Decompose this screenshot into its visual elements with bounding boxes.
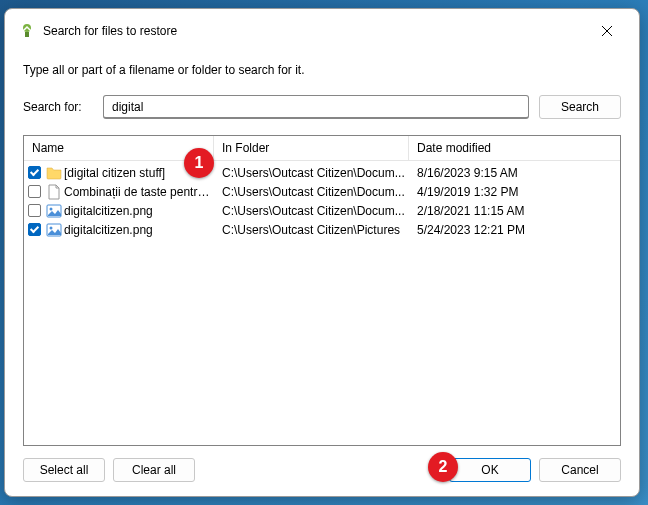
cell-folder: C:\Users\Outcast Citizen\Pictures — [214, 223, 409, 237]
dialog-window: Search for files to restore Type all or … — [4, 8, 640, 497]
footer-buttons: Select all Clear all OK Cancel — [23, 458, 621, 482]
table-row[interactable]: [digital citizen stuff]C:\Users\Outcast … — [24, 163, 620, 182]
column-header-folder[interactable]: In Folder — [214, 136, 409, 160]
document-icon — [46, 184, 62, 200]
cancel-button[interactable]: Cancel — [539, 458, 621, 482]
results-rows: [digital citizen stuff]C:\Users\Outcast … — [24, 161, 620, 445]
app-icon — [19, 23, 35, 39]
instruction-text: Type all or part of a filename or folder… — [23, 63, 621, 77]
cell-name: digitalcitizen.png — [24, 203, 214, 219]
ok-button[interactable]: OK — [449, 458, 531, 482]
svg-point-2 — [50, 207, 53, 210]
cell-date: 8/16/2023 9:15 AM — [409, 166, 620, 180]
image-icon — [46, 203, 62, 219]
cell-date: 2/18/2021 11:15 AM — [409, 204, 620, 218]
cell-name: digitalcitizen.png — [24, 222, 214, 238]
table-row[interactable]: digitalcitizen.pngC:\Users\Outcast Citiz… — [24, 220, 620, 239]
annotation-badge-2: 2 — [428, 452, 458, 482]
cell-folder: C:\Users\Outcast Citizen\Docum... — [214, 185, 409, 199]
search-button[interactable]: Search — [539, 95, 621, 119]
annotation-badge-1: 1 — [184, 148, 214, 178]
window-title: Search for files to restore — [43, 24, 579, 38]
table-row[interactable]: digitalcitizen.pngC:\Users\Outcast Citiz… — [24, 201, 620, 220]
cell-folder: C:\Users\Outcast Citizen\Docum... — [214, 166, 409, 180]
content-area: Type all or part of a filename or folder… — [5, 51, 639, 496]
search-label: Search for: — [23, 100, 93, 114]
row-checkbox[interactable] — [28, 204, 41, 217]
svg-point-4 — [50, 226, 53, 229]
file-name: digitalcitizen.png — [64, 204, 153, 218]
cell-date: 5/24/2023 12:21 PM — [409, 223, 620, 237]
search-row: Search for: Search — [23, 95, 621, 119]
titlebar: Search for files to restore — [5, 9, 639, 51]
column-header-date[interactable]: Date modified — [409, 136, 620, 160]
column-headers: Name In Folder Date modified — [24, 136, 620, 161]
cell-folder: C:\Users\Outcast Citizen\Docum... — [214, 204, 409, 218]
clear-all-button[interactable]: Clear all — [113, 458, 195, 482]
table-row[interactable]: Combinații de taste pentru ...C:\Users\O… — [24, 182, 620, 201]
results-list: Name In Folder Date modified [digital ci… — [23, 135, 621, 446]
row-checkbox[interactable] — [28, 166, 41, 179]
file-name: digitalcitizen.png — [64, 223, 153, 237]
close-icon — [602, 26, 612, 36]
row-checkbox[interactable] — [28, 185, 41, 198]
cell-name: Combinații de taste pentru ... — [24, 184, 214, 200]
select-all-button[interactable]: Select all — [23, 458, 105, 482]
row-checkbox[interactable] — [28, 223, 41, 236]
search-input[interactable] — [103, 95, 529, 119]
file-name: Combinații de taste pentru ... — [64, 185, 214, 199]
file-name: [digital citizen stuff] — [64, 166, 165, 180]
image-icon — [46, 222, 62, 238]
close-button[interactable] — [587, 17, 627, 45]
cell-date: 4/19/2019 1:32 PM — [409, 185, 620, 199]
folder-icon — [46, 165, 62, 181]
